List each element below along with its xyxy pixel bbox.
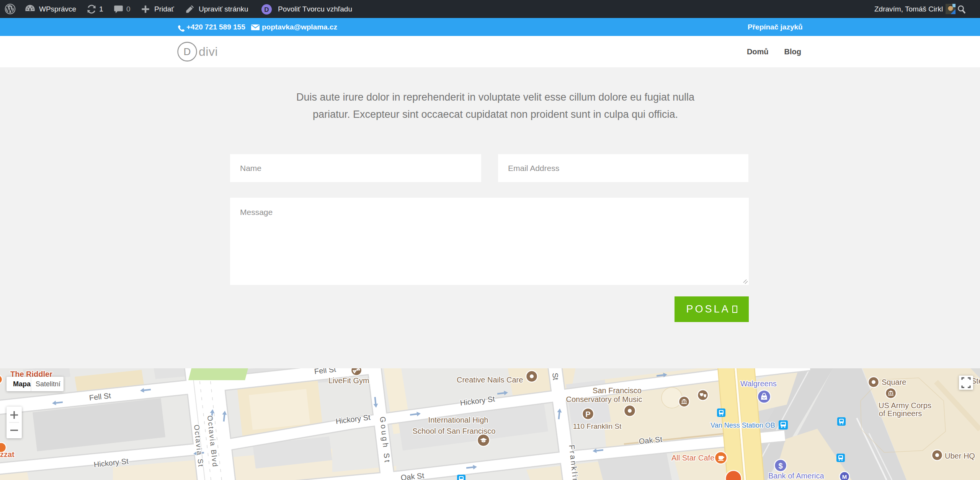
svg-text:$: $ — [778, 462, 782, 470]
svg-text:Creative Nails Care: Creative Nails Care — [457, 376, 523, 384]
svg-text:US Army Corps: US Army Corps — [879, 401, 931, 410]
svg-text:Conservatory of Music: Conservatory of Music — [566, 395, 642, 404]
svg-text:Square: Square — [882, 378, 906, 386]
svg-text:Walgreens: Walgreens — [740, 379, 777, 388]
svg-text:Satelitní: Satelitní — [36, 380, 60, 388]
svg-text:International High: International High — [428, 416, 488, 424]
svg-text:D: D — [184, 46, 191, 57]
svg-text:110 Franklin St: 110 Franklin St — [573, 422, 622, 430]
svg-text:San Francisco: San Francisco — [593, 386, 642, 395]
svg-text:Mapa: Mapa — [13, 380, 31, 388]
svg-text:P: P — [585, 410, 590, 418]
svg-text:St: St — [551, 373, 560, 381]
svg-text:LiveFit Gym: LiveFit Gym — [328, 376, 369, 385]
svg-text:Bank of America: Bank of America — [768, 472, 825, 480]
svg-text:M: M — [842, 473, 847, 480]
svg-text:of Engineers: of Engineers — [879, 409, 922, 418]
svg-text:All Star Cafe: All Star Cafe — [671, 454, 714, 462]
svg-text:Van Ness Station OB: Van Ness Station OB — [710, 421, 775, 429]
svg-text:D: D — [264, 6, 269, 13]
svg-text:Uber HQ: Uber HQ — [945, 452, 975, 460]
